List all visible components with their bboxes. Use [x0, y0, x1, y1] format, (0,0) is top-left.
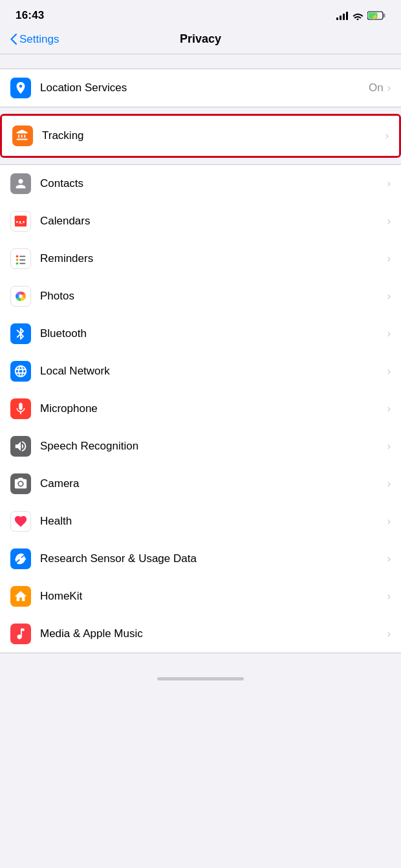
permissions-section: Contacts › ··· ● ● ● Calenda [0, 164, 401, 653]
signal-icon [336, 11, 348, 20]
location-services-label: Location Services [40, 81, 369, 94]
local-network-item[interactable]: Local Network › [0, 353, 401, 390]
reminders-item[interactable]: Reminders › [0, 240, 401, 277]
svg-point-17 [19, 294, 23, 298]
tracking-chevron: › [385, 130, 389, 142]
svg-point-10 [16, 255, 19, 258]
contacts-item[interactable]: Contacts › [0, 165, 401, 202]
tracking-wrapper: Tracking › [0, 114, 401, 158]
status-icons: ⚡ [336, 11, 385, 20]
microphone-label: Microphone [40, 402, 387, 415]
calendars-chevron: › [387, 215, 391, 227]
speech-recognition-chevron: › [387, 440, 391, 452]
contacts-chevron: › [387, 178, 391, 190]
camera-chevron: › [387, 478, 391, 490]
tracking-icon [12, 125, 33, 146]
speech-recognition-item[interactable]: Speech Recognition › [0, 428, 401, 465]
location-group: Location Services On › [0, 69, 401, 107]
photos-icon [10, 286, 31, 307]
health-icon [10, 511, 31, 532]
status-time: 16:43 [16, 9, 44, 22]
local-network-icon [10, 361, 31, 382]
location-services-item[interactable]: Location Services On › [0, 69, 401, 107]
microphone-item[interactable]: Microphone › [0, 390, 401, 428]
research-sensor-chevron: › [387, 553, 391, 565]
svg-text:⚡: ⚡ [371, 13, 379, 21]
media-item[interactable]: Media & Apple Music › [0, 615, 401, 653]
permissions-group: Contacts › ··· ● ● ● Calenda [0, 164, 401, 653]
reminders-icon [10, 248, 31, 269]
health-label: Health [40, 515, 387, 528]
local-network-chevron: › [387, 365, 391, 377]
photos-chevron: › [387, 290, 391, 302]
camera-icon [10, 473, 31, 494]
bluetooth-chevron: › [387, 328, 391, 340]
location-section: Location Services On › [0, 69, 401, 107]
bluetooth-label: Bluetooth [40, 327, 387, 340]
reminders-chevron: › [387, 253, 391, 265]
photos-item[interactable]: Photos › [0, 277, 401, 315]
status-bar: 16:43 ⚡ [0, 0, 401, 27]
research-sensor-item[interactable]: Research Sensor & Usage Data › [0, 540, 401, 578]
reminders-label: Reminders [40, 252, 387, 265]
home-indicator [157, 677, 244, 680]
back-chevron-icon [10, 34, 17, 45]
nav-title: Privacy [180, 32, 221, 46]
microphone-chevron: › [387, 403, 391, 415]
media-label: Media & Apple Music [40, 627, 387, 640]
svg-text:●
            ●
            ●: ● ● ● [16, 219, 25, 224]
speech-recognition-icon [10, 436, 31, 457]
homekit-label: HomeKit [40, 590, 387, 603]
svg-rect-15 [19, 263, 25, 264]
svg-rect-1 [384, 14, 385, 17]
tracking-highlight: Tracking › [0, 114, 401, 158]
calendars-label: Calendars [40, 215, 387, 228]
research-sensor-icon [10, 548, 31, 569]
tracking-label: Tracking [42, 129, 385, 142]
location-services-chevron: › [387, 82, 391, 94]
nav-bar: Settings Privacy [0, 27, 401, 54]
local-network-label: Local Network [40, 365, 387, 378]
camera-label: Camera [40, 477, 387, 490]
svg-rect-13 [19, 255, 25, 257]
contacts-icon [10, 173, 31, 194]
calendars-icon: ··· ● ● ● [10, 211, 31, 232]
research-sensor-label: Research Sensor & Usage Data [40, 552, 387, 565]
homekit-item[interactable]: HomeKit › [0, 578, 401, 615]
home-indicator-area [0, 660, 401, 686]
homekit-chevron: › [387, 591, 391, 602]
wifi-icon [352, 11, 363, 20]
speech-recognition-label: Speech Recognition [40, 440, 387, 453]
tracking-item[interactable]: Tracking › [2, 116, 399, 156]
homekit-icon [10, 586, 31, 607]
calendars-item[interactable]: ··· ● ● ● Calendars › [0, 202, 401, 240]
svg-rect-14 [19, 259, 25, 261]
location-services-icon [10, 78, 31, 98]
svg-point-11 [16, 259, 19, 261]
svg-point-12 [16, 263, 19, 265]
bluetooth-icon [10, 323, 31, 344]
battery-icon: ⚡ [367, 11, 385, 20]
svg-rect-19 [20, 554, 21, 565]
contacts-label: Contacts [40, 177, 387, 190]
health-chevron: › [387, 515, 391, 527]
camera-item[interactable]: Camera › [0, 465, 401, 503]
health-item[interactable]: Health › [0, 503, 401, 540]
bluetooth-item[interactable]: Bluetooth › [0, 315, 401, 353]
nav-back-button[interactable]: Settings [10, 33, 59, 46]
photos-label: Photos [40, 290, 387, 303]
nav-back-label: Settings [19, 33, 59, 46]
media-chevron: › [387, 628, 391, 640]
microphone-icon [10, 398, 31, 419]
media-icon [10, 624, 31, 644]
location-services-value: On [369, 81, 384, 94]
